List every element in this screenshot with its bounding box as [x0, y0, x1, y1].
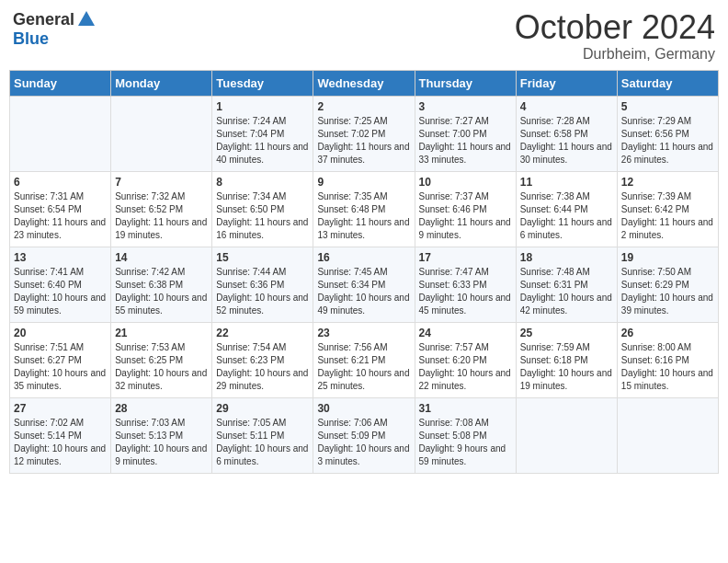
calendar-header-cell: Friday [516, 70, 617, 96]
day-number: 9 [317, 176, 410, 189]
calendar-week-row: 6Sunrise: 7:31 AM Sunset: 6:54 PM Daylig… [10, 171, 719, 247]
day-info: Sunrise: 7:50 AM Sunset: 6:29 PM Dayligh… [621, 266, 714, 317]
calendar-day-cell: 20Sunrise: 7:51 AM Sunset: 6:27 PM Dayli… [10, 322, 111, 397]
calendar-day-cell: 11Sunrise: 7:38 AM Sunset: 6:44 PM Dayli… [516, 171, 617, 247]
calendar-week-row: 13Sunrise: 7:41 AM Sunset: 6:40 PM Dayli… [10, 247, 719, 322]
day-info: Sunrise: 7:24 AM Sunset: 7:04 PM Dayligh… [216, 115, 309, 167]
day-info: Sunrise: 7:06 AM Sunset: 5:09 PM Dayligh… [317, 417, 410, 468]
day-number: 11 [520, 176, 613, 189]
day-number: 14 [115, 251, 208, 264]
day-number: 10 [419, 176, 512, 189]
day-number: 24 [419, 327, 512, 339]
calendar-day-cell [516, 397, 617, 473]
calendar-day-cell: 22Sunrise: 7:54 AM Sunset: 6:23 PM Dayli… [212, 322, 313, 397]
calendar-day-cell: 6Sunrise: 7:31 AM Sunset: 6:54 PM Daylig… [10, 171, 111, 247]
calendar-day-cell: 15Sunrise: 7:44 AM Sunset: 6:36 PM Dayli… [212, 247, 313, 322]
calendar-week-row: 20Sunrise: 7:51 AM Sunset: 6:27 PM Dayli… [10, 322, 719, 397]
day-info: Sunrise: 7:54 AM Sunset: 6:23 PM Dayligh… [216, 341, 309, 393]
calendar-day-cell: 23Sunrise: 7:56 AM Sunset: 6:21 PM Dayli… [313, 322, 415, 397]
day-info: Sunrise: 7:56 AM Sunset: 6:21 PM Dayligh… [317, 341, 410, 393]
day-number: 15 [216, 251, 309, 264]
day-info: Sunrise: 7:25 AM Sunset: 7:02 PM Dayligh… [317, 115, 410, 167]
day-info: Sunrise: 7:53 AM Sunset: 6:25 PM Dayligh… [115, 341, 208, 393]
day-number: 25 [520, 327, 613, 339]
day-info: Sunrise: 7:59 AM Sunset: 6:18 PM Dayligh… [520, 341, 613, 393]
day-info: Sunrise: 7:34 AM Sunset: 6:50 PM Dayligh… [216, 190, 309, 242]
day-info: Sunrise: 7:44 AM Sunset: 6:36 PM Dayligh… [216, 266, 309, 317]
day-info: Sunrise: 7:28 AM Sunset: 6:58 PM Dayligh… [520, 115, 613, 167]
calendar-header-cell: Tuesday [212, 70, 313, 96]
calendar-day-cell [111, 96, 212, 171]
calendar-day-cell: 19Sunrise: 7:50 AM Sunset: 6:29 PM Dayli… [617, 247, 718, 322]
day-number: 26 [621, 327, 714, 339]
day-info: Sunrise: 7:31 AM Sunset: 6:54 PM Dayligh… [14, 190, 107, 242]
calendar-day-cell: 4Sunrise: 7:28 AM Sunset: 6:58 PM Daylig… [516, 96, 617, 171]
day-info: Sunrise: 7:48 AM Sunset: 6:31 PM Dayligh… [520, 266, 613, 317]
day-info: Sunrise: 7:32 AM Sunset: 6:52 PM Dayligh… [115, 190, 208, 242]
day-number: 22 [216, 327, 309, 339]
day-info: Sunrise: 7:37 AM Sunset: 6:46 PM Dayligh… [419, 190, 512, 242]
day-number: 28 [115, 402, 208, 415]
calendar-day-cell: 28Sunrise: 7:03 AM Sunset: 5:13 PM Dayli… [111, 397, 212, 473]
calendar-day-cell: 25Sunrise: 7:59 AM Sunset: 6:18 PM Dayli… [516, 322, 617, 397]
day-number: 18 [520, 251, 613, 264]
calendar-body: 1Sunrise: 7:24 AM Sunset: 7:04 PM Daylig… [10, 96, 719, 473]
day-number: 31 [419, 402, 512, 415]
calendar-header-cell: Sunday [10, 70, 111, 96]
calendar-day-cell: 26Sunrise: 8:00 AM Sunset: 6:16 PM Dayli… [617, 322, 718, 397]
calendar-day-cell: 18Sunrise: 7:48 AM Sunset: 6:31 PM Dayli… [516, 247, 617, 322]
calendar-day-cell: 29Sunrise: 7:05 AM Sunset: 5:11 PM Dayli… [212, 397, 313, 473]
calendar-day-cell [617, 397, 718, 473]
calendar-table: SundayMondayTuesdayWednesdayThursdayFrid… [9, 70, 719, 474]
day-info: Sunrise: 7:08 AM Sunset: 5:08 PM Dayligh… [419, 417, 512, 468]
calendar-day-cell: 31Sunrise: 7:08 AM Sunset: 5:08 PM Dayli… [415, 397, 516, 473]
logo: General Blue [13, 9, 97, 49]
logo-icon [76, 9, 97, 29]
location-title: Durbheim, Germany [515, 46, 715, 63]
calendar-day-cell: 2Sunrise: 7:25 AM Sunset: 7:02 PM Daylig… [313, 96, 415, 171]
day-info: Sunrise: 7:27 AM Sunset: 7:00 PM Dayligh… [419, 115, 512, 167]
day-info: Sunrise: 7:05 AM Sunset: 5:11 PM Dayligh… [216, 417, 309, 468]
day-info: Sunrise: 7:39 AM Sunset: 6:42 PM Dayligh… [621, 190, 714, 242]
day-number: 27 [14, 402, 107, 415]
calendar-header-cell: Thursday [415, 70, 516, 96]
calendar-day-cell: 13Sunrise: 7:41 AM Sunset: 6:40 PM Dayli… [10, 247, 111, 322]
logo-general: General [13, 10, 74, 29]
calendar-day-cell: 27Sunrise: 7:02 AM Sunset: 5:14 PM Dayli… [10, 397, 111, 473]
day-number: 20 [14, 327, 107, 339]
day-number: 5 [621, 100, 714, 113]
calendar-day-cell: 8Sunrise: 7:34 AM Sunset: 6:50 PM Daylig… [212, 171, 313, 247]
day-number: 23 [317, 327, 410, 339]
svg-marker-0 [78, 11, 95, 26]
title-block: October 2024 Durbheim, Germany [515, 9, 715, 63]
day-number: 30 [317, 402, 410, 415]
calendar-week-row: 27Sunrise: 7:02 AM Sunset: 5:14 PM Dayli… [10, 397, 719, 473]
calendar-day-cell: 5Sunrise: 7:29 AM Sunset: 6:56 PM Daylig… [617, 96, 718, 171]
calendar-day-cell: 17Sunrise: 7:47 AM Sunset: 6:33 PM Dayli… [415, 247, 516, 322]
day-info: Sunrise: 7:57 AM Sunset: 6:20 PM Dayligh… [419, 341, 512, 393]
day-number: 3 [419, 100, 512, 113]
day-number: 6 [14, 176, 107, 189]
day-number: 29 [216, 402, 309, 415]
day-number: 16 [317, 251, 410, 264]
calendar-day-cell: 7Sunrise: 7:32 AM Sunset: 6:52 PM Daylig… [111, 171, 212, 247]
day-number: 4 [520, 100, 613, 113]
logo-blue: Blue [13, 29, 49, 49]
calendar-day-cell: 10Sunrise: 7:37 AM Sunset: 6:46 PM Dayli… [415, 171, 516, 247]
calendar-day-cell: 1Sunrise: 7:24 AM Sunset: 7:04 PM Daylig… [212, 96, 313, 171]
calendar-day-cell: 14Sunrise: 7:42 AM Sunset: 6:38 PM Dayli… [111, 247, 212, 322]
page-header: General Blue October 2024 Durbheim, Germ… [9, 9, 719, 63]
day-info: Sunrise: 7:38 AM Sunset: 6:44 PM Dayligh… [520, 190, 613, 242]
day-info: Sunrise: 7:29 AM Sunset: 6:56 PM Dayligh… [621, 115, 714, 167]
calendar-day-cell: 16Sunrise: 7:45 AM Sunset: 6:34 PM Dayli… [313, 247, 415, 322]
calendar-day-cell: 9Sunrise: 7:35 AM Sunset: 6:48 PM Daylig… [313, 171, 415, 247]
day-number: 8 [216, 176, 309, 189]
day-number: 19 [621, 251, 714, 264]
day-number: 7 [115, 176, 208, 189]
calendar-day-cell [10, 96, 111, 171]
calendar-day-cell: 3Sunrise: 7:27 AM Sunset: 7:00 PM Daylig… [415, 96, 516, 171]
day-info: Sunrise: 7:35 AM Sunset: 6:48 PM Dayligh… [317, 190, 410, 242]
day-number: 13 [14, 251, 107, 264]
month-title: October 2024 [515, 9, 715, 46]
day-info: Sunrise: 7:03 AM Sunset: 5:13 PM Dayligh… [115, 417, 208, 468]
